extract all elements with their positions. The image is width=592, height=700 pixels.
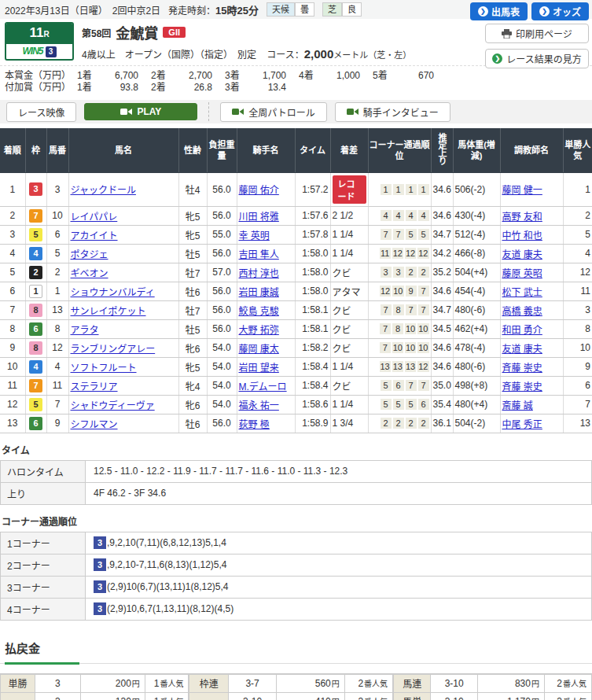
- horse-link[interactable]: アカイイト: [71, 230, 118, 241]
- finish-time: 1:58.6: [295, 395, 330, 414]
- horse-weight: 430(-4): [453, 206, 500, 225]
- jockey-link[interactable]: 大野 拓弥: [239, 325, 279, 336]
- trainer-cell: 中尾 秀正: [500, 414, 563, 433]
- prize-pair: 5着670: [373, 70, 447, 82]
- win-popularity: 6: [563, 376, 592, 395]
- bracket-cell: 8: [25, 338, 46, 357]
- results-guide-button[interactable]: レース結果の見方: [485, 49, 589, 68]
- trainer-link[interactable]: 中尾 秀正: [502, 419, 542, 430]
- margin-cell: 1 1/4: [330, 395, 368, 414]
- trainer-link[interactable]: 藤岡 健一: [502, 185, 542, 196]
- bracket-cell: 6: [25, 319, 46, 338]
- payout-group-table: 馬連3-10830円2番人気馬単3-101,170円3番人気3連複3-6-103…: [393, 674, 592, 700]
- horse-link[interactable]: ジャックドール: [71, 185, 136, 196]
- horse-link[interactable]: レイパパレ: [71, 212, 118, 223]
- trainer-link[interactable]: 高野 友和: [502, 212, 542, 223]
- margin-cell: レコード: [330, 172, 368, 206]
- horse-number: 3: [46, 172, 68, 206]
- jockey-link[interactable]: 西村 淳也: [239, 268, 279, 279]
- jockey-link[interactable]: 荻野 極: [239, 419, 270, 430]
- horse-link[interactable]: ソフトフルート: [71, 363, 137, 374]
- corner-position: 9: [406, 286, 417, 297]
- trainer-link[interactable]: 松下 武士: [502, 287, 542, 298]
- trainer-link[interactable]: 斉藤 崇史: [502, 363, 542, 374]
- horse-name-cell: サンレイポケット: [68, 300, 178, 319]
- corner-position: 6: [393, 380, 404, 391]
- corner-position: 12: [405, 248, 416, 259]
- corner-position: 4: [418, 210, 429, 221]
- corner-position: 7: [381, 304, 392, 315]
- last-3f: 34.6: [431, 357, 453, 376]
- bet-type-label: 馬連: [394, 674, 431, 692]
- corner-positions: 2222: [368, 414, 431, 433]
- jockey-cell: 西村 淳也: [237, 263, 295, 282]
- corner-position: 2: [418, 267, 429, 278]
- horse-link[interactable]: ステラリア: [71, 381, 118, 392]
- finish-time: 1:57.2: [295, 172, 330, 206]
- horse-link[interactable]: ポタジェ: [71, 249, 108, 260]
- jockey-link[interactable]: 岩田 康誠: [239, 287, 279, 298]
- payout-combination: 3-10: [431, 674, 477, 692]
- finish-time: 1:58.0: [295, 244, 330, 263]
- play-button[interactable]: PLAY: [84, 103, 197, 120]
- race-round: 第58回: [82, 26, 111, 39]
- prize-pair: 2着26.8: [151, 82, 225, 94]
- patrol-video-button[interactable]: 全周パトロール: [220, 102, 326, 122]
- finish-position: 12: [0, 395, 25, 414]
- race-video-button[interactable]: レース映像: [6, 102, 76, 122]
- trainer-cell: 和田 勇介: [500, 319, 563, 338]
- result-row: 522ギベオン牡757.0西村 淳也1:58.0クビ332235.2504(+4…: [0, 263, 592, 282]
- sex-age: 牝4: [178, 376, 207, 395]
- horse-number: 7: [46, 395, 68, 414]
- time-row-label: ハロンタイム: [1, 460, 86, 482]
- jockey-link[interactable]: 川田 将雅: [239, 212, 279, 223]
- odds-button[interactable]: オッズ: [531, 2, 589, 20]
- corner-position: 5: [381, 399, 392, 410]
- prize-pair: 1着93.8: [77, 82, 151, 94]
- jockey-link[interactable]: 幸 英明: [239, 230, 270, 241]
- horse-link[interactable]: シャドウディーヴァ: [71, 400, 155, 411]
- sex-age: 牡7: [178, 263, 207, 282]
- weather-badge: 天候曇: [267, 2, 314, 17]
- time-row-value: 4F 46.2 - 3F 34.6: [86, 482, 592, 504]
- jockey-cell: 福永 祐一: [237, 395, 295, 414]
- time-row-value: 12.5 - 11.0 - 12.2 - 11.9 - 11.7 - 11.7 …: [86, 460, 592, 482]
- trainer-link[interactable]: 中竹 和也: [502, 230, 542, 241]
- horse-link[interactable]: シフルマン: [71, 419, 118, 430]
- result-row: 11711ステラリア牝454.0M.デムーロ1:58.4クビ567735.049…: [0, 376, 592, 395]
- jockey-link[interactable]: 岩田 望来: [239, 363, 279, 374]
- leader-number: 3: [94, 558, 106, 571]
- entries-button[interactable]: 出馬表: [470, 2, 528, 20]
- trainer-link[interactable]: 和田 勇介: [502, 325, 542, 336]
- finish-time: 1:58.1: [295, 319, 330, 338]
- finish-position: 1: [0, 172, 25, 206]
- horse-name-cell: ショウナンバルディ: [68, 282, 178, 300]
- jockey-link[interactable]: 福永 祐一: [239, 400, 279, 411]
- jockey-link[interactable]: 鮫島 克駿: [239, 306, 279, 317]
- trainer-cell: 中竹 和也: [500, 225, 563, 244]
- horse-link[interactable]: ランブリングアレー: [71, 344, 156, 355]
- horse-link[interactable]: ギベオン: [71, 268, 108, 279]
- finish-position: 10: [0, 357, 25, 376]
- sex-age: 牡7: [178, 300, 207, 319]
- jockey-interview-button[interactable]: 騎手インタビュー: [335, 102, 450, 122]
- jockey-link[interactable]: M.デムーロ: [239, 381, 287, 392]
- trainer-link[interactable]: 斎藤 誠: [502, 400, 533, 411]
- finish-time: 1:57.8: [295, 225, 330, 244]
- bracket-cell: 5: [25, 225, 46, 244]
- corner-positions: 5556: [368, 395, 431, 414]
- arrow-circle-icon: [492, 53, 502, 64]
- horse-link[interactable]: サンレイポケット: [71, 306, 146, 317]
- horse-link[interactable]: ショウナンバルディ: [71, 287, 155, 298]
- horse-link[interactable]: アラタ: [71, 325, 99, 336]
- print-page-button[interactable]: 印刷用ページ: [485, 24, 589, 43]
- jockey-link[interactable]: 藤岡 康太: [239, 344, 279, 355]
- jockey-link[interactable]: 吉田 隼人: [239, 249, 279, 260]
- bracket-badge: 5: [29, 398, 42, 411]
- jockey-link[interactable]: 藤岡 佑介: [239, 185, 279, 196]
- trainer-link[interactable]: 高橋 義忠: [502, 306, 542, 317]
- trainer-link[interactable]: 友道 康夫: [502, 249, 542, 260]
- trainer-link[interactable]: 藤原 英昭: [502, 268, 542, 279]
- trainer-link[interactable]: 友道 康夫: [502, 344, 542, 355]
- trainer-link[interactable]: 斉藤 崇史: [502, 381, 542, 392]
